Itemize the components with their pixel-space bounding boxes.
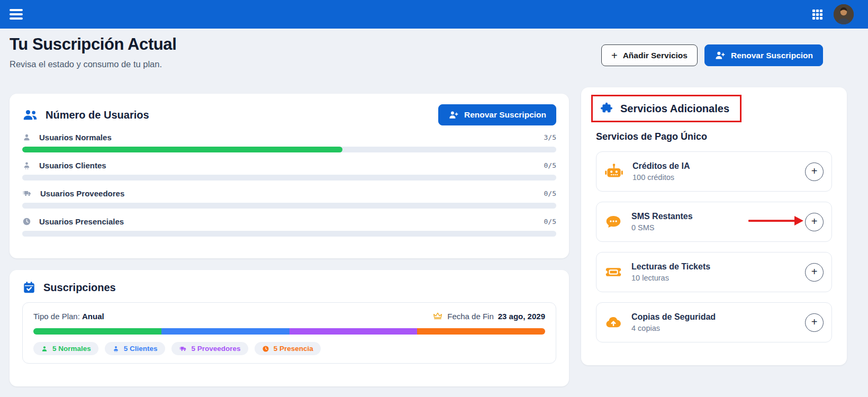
- annotation-highlight-box: Servicios Adicionales: [591, 95, 742, 122]
- progress-bar: [22, 231, 556, 237]
- badge-label: 5 Clientes: [124, 345, 158, 353]
- annotation-arrow-icon: [748, 216, 803, 228]
- add-services-button[interactable]: + Añadir Servicios: [601, 44, 698, 66]
- service-list: Créditos de IA 100 créditos + SMS Restan…: [596, 151, 832, 342]
- apps-grid-icon[interactable]: [810, 7, 824, 21]
- usage-count: 0/5: [544, 161, 556, 169]
- chat-bubble-icon: [604, 213, 622, 231]
- plan-badge: 5 Proveedores: [171, 342, 248, 355]
- user-avatar[interactable]: [834, 4, 854, 24]
- progress-bar: [22, 147, 556, 152]
- page-subtitle: Revisa el estado y consumo de tu plan.: [10, 59, 162, 69]
- progress-bar: [22, 175, 556, 181]
- plan-segment: [290, 328, 418, 335]
- puzzle-icon: [600, 102, 613, 115]
- truck-icon: [179, 345, 187, 353]
- service-detail: 10 lecturas: [631, 274, 710, 282]
- plan-panel: Tipo de Plan: Anual Fecha de Fin 23 ago,…: [22, 302, 556, 364]
- usage-label: Usuarios Normales: [39, 133, 112, 142]
- service-name: Créditos de IA: [632, 161, 690, 171]
- client-user-icon: [112, 345, 120, 353]
- page: Tu Suscripción Actual Revisa el estado y…: [0, 0, 868, 397]
- usage-row-proveedores: Usuarios Proveedores 0/5: [22, 189, 556, 209]
- robot-icon: [604, 162, 623, 181]
- renew-subscription-label: Renovar Suscripcion: [464, 110, 546, 120]
- usage-count: 0/5: [544, 218, 556, 225]
- users-card-title: Número de Usuarios: [46, 109, 149, 121]
- users-group-icon: [22, 107, 38, 123]
- add-service-button[interactable]: +: [805, 313, 824, 332]
- plan-type-label: Tipo de Plan:: [33, 312, 80, 321]
- service-name: SMS Restantes: [631, 212, 693, 221]
- usage-label: Usuarios Presenciales: [39, 217, 124, 226]
- subscriptions-card: Suscripciones Tipo de Plan: Anual Fecha …: [10, 270, 569, 386]
- progress-bar: [22, 203, 556, 209]
- hamburger-menu-icon[interactable]: [8, 7, 24, 21]
- badge-label: 5 Normales: [52, 345, 91, 353]
- plan-end-date: Fecha de Fin 23 ago, 2029: [432, 311, 545, 321]
- crown-icon: [432, 311, 443, 321]
- service-item-lecturas-tickets: Lecturas de Tickets 10 lecturas +: [596, 252, 832, 292]
- header-actions: + Añadir Servicios Renovar Suscripcion: [601, 44, 823, 66]
- service-detail: 0 SMS: [631, 223, 693, 232]
- usage-rows: Usuarios Normales 3/5 Usuarios Clientes …: [22, 133, 556, 237]
- usage-label: Usuarios Proveedores: [40, 189, 124, 198]
- additional-services-card: Servicios Adicionales Servicios de Pago …: [581, 87, 847, 365]
- plan-segment: [161, 328, 290, 335]
- usage-row-presenciales: Usuarios Presenciales 0/5: [22, 217, 556, 237]
- services-card-title: Servicios Adicionales: [620, 103, 729, 115]
- usage-label: Usuarios Clientes: [39, 161, 106, 170]
- usage-progress-fill: [22, 147, 342, 152]
- renew-subscription-button[interactable]: Renovar Suscripcion: [704, 44, 823, 66]
- plan-end-value: 23 ago, 2029: [498, 312, 545, 321]
- subscriptions-card-title: Suscripciones: [43, 282, 116, 294]
- plan-segment: [33, 328, 161, 335]
- user-icon: [22, 133, 31, 142]
- add-service-button[interactable]: +: [805, 263, 824, 282]
- user-plus-icon: [448, 110, 459, 120]
- service-name: Lecturas de Tickets: [631, 262, 710, 272]
- page-title: Tu Suscripción Actual: [10, 35, 176, 54]
- usage-row-clientes: Usuarios Clientes 0/5: [22, 161, 556, 181]
- service-item-sms: SMS Restantes 0 SMS +: [596, 202, 832, 242]
- usage-row-normales: Usuarios Normales 3/5: [22, 133, 556, 152]
- usage-count: 0/5: [544, 190, 556, 197]
- usage-count: 3/5: [544, 133, 556, 141]
- plan-type: Tipo de Plan: Anual: [33, 312, 104, 321]
- cloud-upload-icon: [604, 313, 622, 331]
- plan-badge: 5 Normales: [33, 342, 98, 355]
- badge-label: 5 Presencia: [274, 345, 313, 353]
- service-detail: 100 créditos: [632, 173, 690, 182]
- clock-icon: [22, 217, 31, 226]
- plan-badge: 5 Presencia: [255, 342, 321, 355]
- add-services-label: Añadir Servicios: [623, 51, 688, 60]
- user-icon: [41, 345, 48, 353]
- truck-icon: [22, 189, 32, 198]
- services-subtitle: Servicios de Pago Único: [596, 131, 832, 142]
- ticket-icon: [604, 263, 622, 281]
- badge-label: 5 Proveedores: [192, 345, 241, 353]
- clock-icon: [262, 345, 269, 353]
- user-plus-icon: [715, 50, 726, 61]
- calendar-check-icon: [22, 281, 36, 294]
- plan-badge: 5 Clientes: [105, 342, 165, 355]
- service-detail: 4 copias: [631, 324, 716, 332]
- plan-end-label: Fecha de Fin: [447, 312, 494, 321]
- plan-type-value: Anual: [82, 312, 104, 321]
- plan-segment: [417, 328, 545, 335]
- service-item-copias-seguridad: Copias de Seguridad 4 copias +: [596, 302, 832, 342]
- plan-badges: 5 Normales 5 Clientes 5 Proveedores 5 Pr…: [33, 342, 545, 355]
- client-user-icon: [22, 161, 31, 170]
- plus-icon: +: [611, 50, 618, 61]
- add-service-button[interactable]: +: [805, 213, 824, 231]
- service-name: Copias de Seguridad: [631, 312, 716, 322]
- add-service-button[interactable]: +: [805, 163, 824, 181]
- renew-subscription-button-card[interactable]: Renovar Suscripcion: [438, 104, 556, 125]
- users-card: Número de Usuarios Renovar Suscripcion: [10, 94, 569, 258]
- plan-distribution-bar: [33, 328, 545, 335]
- top-navbar: [0, 0, 868, 29]
- renew-subscription-label: Renovar Suscripcion: [731, 51, 813, 60]
- service-item-creditos-ia: Créditos de IA 100 créditos +: [596, 151, 832, 192]
